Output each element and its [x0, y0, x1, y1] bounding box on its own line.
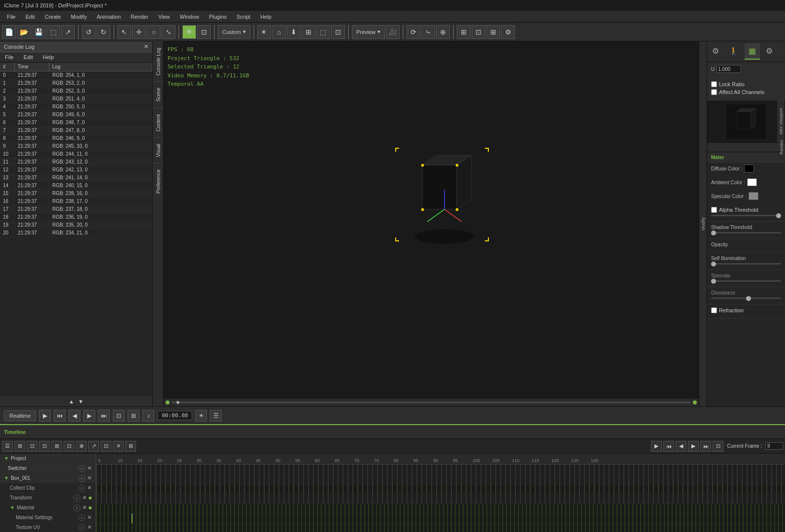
timeline-row-mat-settings[interactable] — [96, 524, 785, 532]
self-illum-slider-thumb[interactable] — [711, 262, 716, 266]
realtime-button[interactable]: Realtime — [4, 410, 36, 421]
tl-next[interactable]: ⏭ — [700, 441, 711, 452]
console-close-icon[interactable]: ✕ — [144, 43, 148, 50]
tl-btn-6[interactable]: ⊡ — [64, 441, 74, 452]
menu-file[interactable]: File — [2, 13, 21, 21]
alpha-slider-thumb[interactable] — [776, 213, 781, 218]
alpha-threshold-slider[interactable] — [711, 215, 781, 216]
tl-btn-8[interactable]: ↗ — [88, 441, 99, 452]
refraction-checkbox[interactable] — [711, 307, 717, 313]
glossiness-slider-thumb[interactable] — [746, 296, 751, 301]
specular-slider-thumb[interactable] — [711, 279, 716, 284]
tab-scene[interactable]: Scene — [153, 81, 163, 107]
rotate-btn[interactable]: ○ — [147, 25, 161, 39]
btn6[interactable]: ⬇ — [287, 25, 301, 39]
box001-remove-icon[interactable]: ✕ — [87, 475, 92, 481]
diffuse-color-swatch[interactable] — [744, 165, 754, 172]
tl-btn-2[interactable]: ⊞ — [14, 441, 25, 452]
self-illumination-slider[interactable] — [711, 263, 781, 265]
viewport-hscroll[interactable] — [164, 399, 699, 406]
menu-plugins[interactable]: Plugins — [204, 13, 232, 21]
extra1[interactable]: ⟳ — [407, 25, 420, 39]
tl-prev[interactable]: ⏮ — [663, 441, 674, 452]
extra6[interactable]: ⊞ — [486, 25, 500, 39]
mat-settings-icon[interactable]: ○ — [78, 514, 85, 521]
tab-console-log[interactable]: Console Log — [153, 41, 163, 81]
new-btn[interactable]: 📄 — [2, 25, 16, 39]
tl-btn-11[interactable]: ⊞ — [125, 441, 136, 452]
undo-btn[interactable]: ↺ — [82, 25, 96, 39]
hscroll-thumb[interactable] — [176, 401, 179, 404]
viewport[interactable]: FPS : 60 Project Triangle : 532 Selected… — [164, 41, 699, 406]
menu-modify[interactable]: Modify — [66, 13, 92, 21]
timeline-row-box001[interactable] — [96, 484, 785, 494]
btn8[interactable]: ⬚ — [316, 25, 330, 39]
video-btn[interactable]: 🎥 — [386, 25, 400, 39]
affect-channels-checkbox[interactable] — [711, 89, 717, 95]
texture-uv-settings[interactable]: ○ — [78, 524, 85, 531]
material-expand-icon[interactable]: ▼ — [10, 505, 15, 510]
modify-tab-walk[interactable]: 🚶 — [725, 43, 743, 60]
list-btn[interactable]: ☰ — [210, 410, 222, 422]
sun-play-btn[interactable]: ☀ — [195, 410, 207, 422]
extra4[interactable]: ⊞ — [457, 25, 471, 39]
menu-help[interactable]: Help — [255, 13, 276, 21]
hscroll-track[interactable] — [171, 401, 691, 403]
extra5[interactable]: ⊡ — [472, 25, 485, 39]
menu-script[interactable]: Script — [232, 13, 255, 21]
console-menu-help[interactable]: Help — [40, 53, 57, 61]
scale-btn[interactable]: ⤡ — [162, 25, 175, 39]
btn7[interactable]: ⊞ — [302, 25, 315, 39]
timeline-row-material[interactable] — [96, 514, 785, 524]
material-remove[interactable]: ✕ — [82, 504, 87, 511]
modify-tab-checker[interactable]: ▦ — [745, 43, 760, 60]
tl-btn-10[interactable]: ✕ — [113, 441, 124, 452]
next-keyframe-button[interactable]: ⏭ — [98, 410, 110, 422]
extra7[interactable]: ⚙ — [501, 25, 515, 39]
current-frame-input[interactable] — [765, 442, 783, 450]
step-back-button[interactable]: ◀ — [68, 410, 80, 422]
import-btn[interactable]: ↗ — [61, 25, 75, 39]
menu-view[interactable]: View — [153, 13, 175, 21]
glossiness-slider[interactable] — [711, 298, 781, 299]
menu-edit[interactable]: Edit — [21, 13, 40, 21]
collect-clip-remove[interactable]: ✕ — [87, 485, 92, 491]
timeline-row-transform[interactable] — [96, 504, 785, 514]
menu-animation[interactable]: Animation — [92, 13, 126, 21]
menu-create[interactable]: Create — [40, 13, 66, 21]
tab-visual[interactable]: Visual — [153, 137, 163, 163]
shadow-slider-thumb[interactable] — [711, 231, 716, 235]
select-btn[interactable]: ↖ — [117, 25, 131, 39]
texture-uv-remove[interactable]: ✕ — [87, 524, 92, 531]
camera-record-btn[interactable]: ⊞ — [128, 410, 139, 422]
tl-btn-7[interactable]: ⊕ — [76, 441, 87, 452]
tl-end[interactable]: ⊡ — [713, 441, 723, 452]
tl-btn-5[interactable]: ⊞ — [51, 441, 62, 452]
open-btn[interactable]: 📂 — [17, 25, 31, 39]
u-input[interactable] — [717, 65, 741, 73]
audio-btn[interactable]: ♪ — [142, 410, 154, 422]
specular-slider[interactable] — [711, 280, 781, 282]
camera-btn[interactable]: ⊡ — [197, 25, 211, 39]
redo-btn[interactable]: ↻ — [97, 25, 110, 39]
transform-remove[interactable]: ✕ — [82, 495, 87, 501]
tl-play[interactable]: ▶ — [651, 441, 662, 452]
project-expand-icon[interactable]: ▼ — [4, 456, 9, 461]
ambient-color-swatch[interactable] — [747, 178, 757, 186]
prev-keyframe-button[interactable]: ⏮ — [54, 410, 66, 422]
menu-render[interactable]: Render — [126, 13, 153, 21]
move-btn[interactable]: ✛ — [132, 25, 146, 39]
preview-dropdown[interactable]: Preview ▾ — [352, 25, 385, 39]
scroll-up-icon[interactable]: ▲ — [69, 399, 74, 404]
sun-btn[interactable]: ☀ — [257, 25, 271, 39]
collect-clip-settings[interactable]: ○ — [78, 485, 85, 492]
tab-preference[interactable]: Preference — [153, 163, 163, 200]
tl-btn-4[interactable]: ⊡ — [39, 441, 50, 452]
layout-dropdown[interactable]: Custom ▾ — [218, 25, 250, 39]
tl-btn-1[interactable]: ☰ — [2, 441, 13, 452]
box001-expand-icon[interactable]: ▼ — [4, 475, 9, 481]
material-settings[interactable]: ○ — [73, 504, 80, 511]
specular-color-swatch[interactable] — [749, 192, 758, 200]
btn9[interactable]: ⊡ — [331, 25, 345, 39]
modify-tab-gear[interactable]: ⚙ — [762, 43, 777, 60]
